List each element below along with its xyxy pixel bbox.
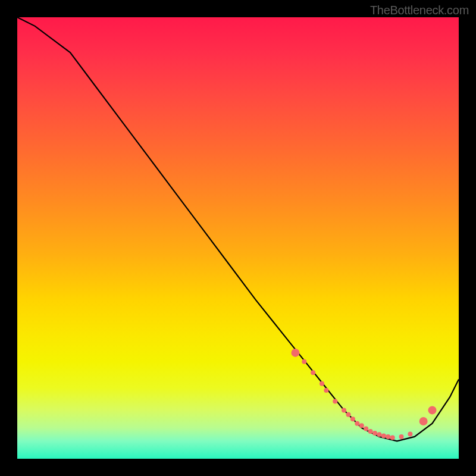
marker-dot [390, 435, 395, 440]
marker-dot [399, 434, 404, 439]
attribution-text: TheBottleneck.com [370, 4, 469, 17]
curve-line [17, 17, 459, 441]
marker-dot [372, 431, 377, 436]
marker-dot [359, 423, 364, 428]
marker-dot [342, 408, 346, 412]
marker-dot [311, 370, 315, 375]
marker-dot [428, 406, 436, 414]
marker-dot [419, 417, 428, 425]
marker-dot [320, 381, 324, 386]
chart-svg [17, 17, 459, 459]
marker-dot [355, 421, 359, 426]
marker-dot [291, 349, 299, 357]
marker-dot [386, 434, 390, 439]
marker-dot [377, 432, 381, 437]
marker-dot [381, 433, 386, 438]
marker-dot [368, 429, 373, 434]
marker-dot [364, 427, 368, 431]
marker-dot [302, 359, 306, 364]
marker-dot [350, 416, 355, 421]
marker-dot [324, 388, 328, 393]
chart-plot-area [17, 17, 459, 459]
marker-dot [408, 431, 412, 436]
marker-dot [346, 412, 351, 417]
curve-markers [291, 349, 436, 440]
marker-dot [333, 399, 337, 404]
